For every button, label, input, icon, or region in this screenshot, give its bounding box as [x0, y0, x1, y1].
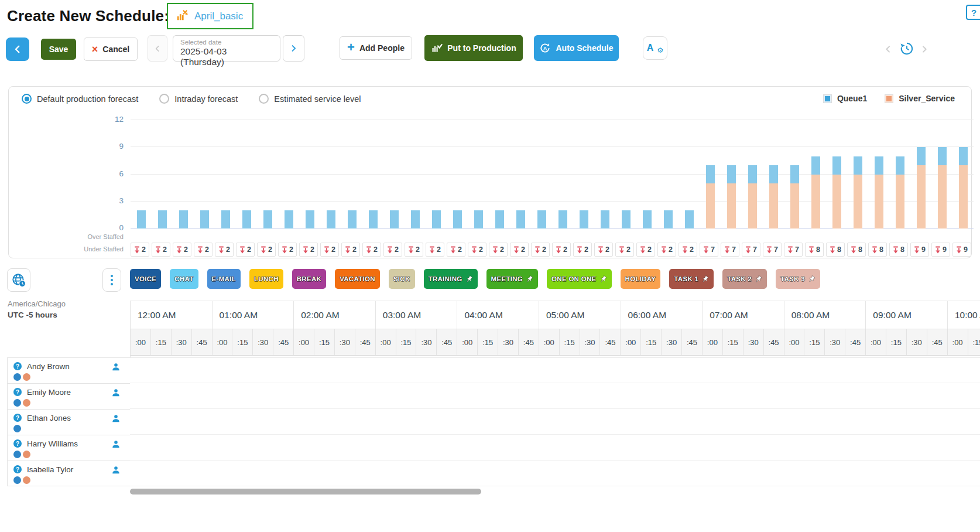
down-arrow-icon	[661, 246, 667, 254]
activity-button-vacation[interactable]: VACATION	[335, 269, 380, 289]
history-button[interactable]	[899, 41, 914, 56]
activity-label: CHAT	[174, 275, 193, 282]
schedule-lane[interactable]	[130, 409, 980, 435]
person-icon[interactable]	[111, 414, 121, 423]
quarter-header: :00	[784, 329, 805, 355]
add-people-button[interactable]: + Add People	[340, 36, 412, 60]
chevron-right-icon	[289, 44, 298, 53]
schedule-lane[interactable]	[130, 435, 980, 461]
history-next-button[interactable]	[917, 42, 931, 56]
activity-button-task-3[interactable]: TASK 3	[776, 269, 820, 289]
forecast-option-intraday-forecast[interactable]: Intraday forecast	[159, 94, 238, 104]
schedule-name: April_basic	[194, 11, 243, 22]
under-staffed-cell: 2	[489, 243, 508, 257]
activity-button-task-1[interactable]: TASK 1	[669, 269, 714, 289]
person-icon[interactable]	[111, 439, 121, 449]
person-icon[interactable]	[111, 362, 121, 371]
question-circle-icon[interactable]: ?	[13, 414, 22, 422]
person-icon[interactable]	[111, 388, 121, 397]
radio-label: Default production forecast	[37, 94, 138, 104]
put-to-production-button[interactable]: Put to Production	[424, 35, 523, 61]
activity-button-task-2[interactable]: TASK 2	[722, 269, 767, 289]
previous-date-button[interactable]	[148, 35, 167, 62]
quarter-header: :15	[232, 329, 253, 355]
quarter-header: :45	[845, 329, 866, 355]
under-staffed-cell: 9	[931, 243, 950, 257]
forecast-option-default-production-forecast[interactable]: Default production forecast	[22, 94, 138, 104]
activity-button-lunch[interactable]: LUNCH	[249, 269, 283, 289]
under-staffed-cell: 2	[236, 243, 255, 257]
legend-item-queue1[interactable]: Queue1	[823, 94, 867, 103]
employee-row-ethan-jones[interactable]: ?Ethan Jones	[8, 409, 130, 435]
employee-name: Ethan Jones	[27, 414, 71, 422]
activity-buttons: VOICECHATE-MAILLUNCHBREAKVACATIONSICKTRA…	[130, 268, 820, 289]
employee-row-emily-moore[interactable]: ?Emily Moore	[8, 383, 130, 409]
save-button[interactable]: Save	[41, 39, 76, 60]
schedule-settings-button[interactable]: A⚙	[643, 36, 667, 60]
help-icon[interactable]: ?	[966, 5, 980, 20]
under-staffed-value: 9	[964, 245, 968, 254]
question-circle-icon[interactable]: ?	[13, 362, 22, 370]
under-staffed-value: 2	[205, 245, 209, 254]
employee-row-isabella-tylor[interactable]: ?Isabella Tylor	[8, 461, 130, 486]
schedule-lane[interactable]	[130, 383, 980, 409]
bar-queue1	[453, 210, 462, 229]
quarter-header: :00	[948, 329, 968, 355]
hour-header-05-00-am: 05:00 AM	[539, 301, 621, 329]
schedule-name-box[interactable]: April_basic	[167, 3, 253, 29]
cancel-button[interactable]: × Cancel	[84, 37, 138, 61]
person-icon-wrap[interactable]	[111, 465, 121, 477]
timezone-button[interactable]	[7, 268, 30, 292]
next-date-button[interactable]	[283, 35, 304, 62]
person-icon-wrap[interactable]	[111, 388, 121, 400]
activity-button-e-mail[interactable]: E-MAIL	[207, 269, 241, 289]
activity-button-chat[interactable]: CHAT	[170, 269, 198, 289]
horizontal-scrollbar[interactable]	[130, 489, 481, 495]
bar-queue1	[917, 147, 926, 165]
put-to-production-label: Put to Production	[447, 43, 516, 53]
schedule-lane[interactable]	[130, 357, 980, 383]
down-arrow-icon	[935, 246, 941, 254]
forecast-option-estimated-service-level[interactable]: Estimated service level	[259, 94, 361, 104]
question-circle-icon[interactable]: ?	[13, 439, 22, 448]
quarter-header: :15	[723, 329, 743, 355]
person-icon-wrap[interactable]	[111, 414, 121, 425]
activity-button-training[interactable]: TRAINING	[424, 269, 478, 289]
under-staffed-cell: 2	[341, 243, 360, 257]
employee-row-harry-williams[interactable]: ?Harry Williams	[8, 435, 130, 461]
person-icon[interactable]	[111, 465, 121, 475]
pushpin-icon	[524, 274, 534, 284]
selected-date-field[interactable]: Selected date 2025-04-03 (Thursday)	[173, 35, 280, 62]
bar-silver-service	[896, 175, 904, 229]
person-icon-wrap[interactable]	[111, 362, 121, 374]
quarter-header: :15	[478, 329, 498, 355]
activity-button-voice[interactable]: VOICE	[130, 269, 161, 289]
activity-button-one-on-one[interactable]: ONE ON ONE	[547, 269, 611, 289]
back-button[interactable]	[6, 37, 29, 61]
schedule-lane[interactable]	[130, 461, 980, 486]
under-staffed-cell: 8	[868, 243, 887, 257]
activity-button-break[interactable]: BREAK	[292, 269, 326, 289]
auto-schedule-button[interactable]: A Auto Schedule	[534, 35, 619, 61]
question-circle-icon[interactable]: ?	[13, 465, 22, 473]
down-arrow-icon	[682, 246, 688, 254]
history-prev-button[interactable]	[881, 42, 895, 56]
person-icon-wrap[interactable]	[111, 439, 121, 451]
question-circle-icon[interactable]: ?	[13, 388, 22, 396]
under-staffed-cell: 2	[594, 243, 613, 257]
employee-row-andy-brown[interactable]: ?Andy Brown	[8, 357, 130, 383]
legend-item-silver-service[interactable]: Silver_Service	[885, 94, 955, 103]
activity-button-meeting[interactable]: MEETING	[486, 269, 539, 289]
quarter-header: :15	[151, 329, 172, 355]
down-arrow-icon	[471, 246, 477, 254]
down-arrow-icon	[366, 246, 372, 254]
quarter-header: :00	[539, 329, 560, 355]
activity-button-sick[interactable]: SICK	[389, 269, 415, 289]
under-staffed-cell: 8	[889, 243, 908, 257]
kebab-menu-button[interactable]	[102, 268, 121, 292]
under-staffed-cell: 2	[531, 243, 550, 257]
hour-header-row: 12:00 AM01:00 AM02:00 AM03:00 AM04:00 AM…	[131, 301, 980, 329]
activity-label: VOICE	[135, 275, 156, 282]
activity-button-holiday[interactable]: HOLIDAY	[621, 269, 661, 289]
under-staffed-cell: 2	[510, 243, 529, 257]
